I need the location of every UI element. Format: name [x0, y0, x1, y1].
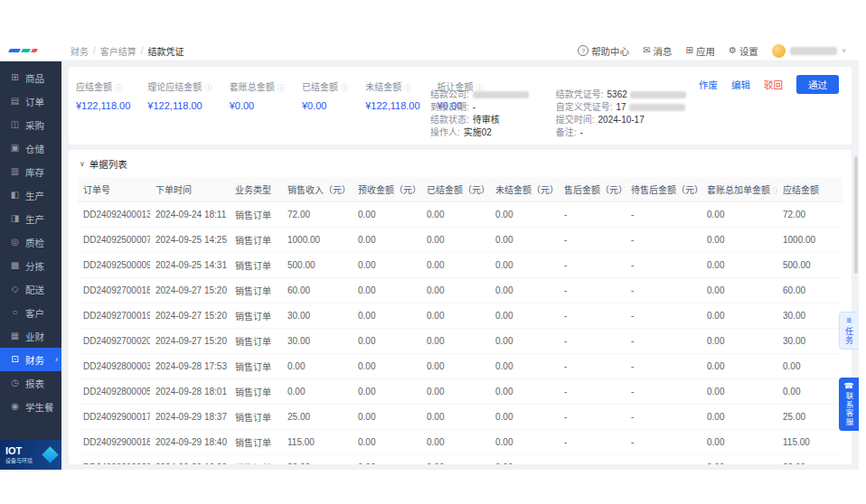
table-cell: 30.00	[282, 303, 353, 329]
sidebar-item-inventory[interactable]: ▥库存	[0, 160, 61, 183]
iot-logo-text: IOT 设备与环境	[5, 446, 33, 464]
column-header: 套账总加单金额 ⓘ	[701, 177, 777, 202]
detail-value: 2024-10-17	[598, 114, 645, 126]
topbar-help[interactable]: ?帮助中心	[578, 44, 629, 58]
table-cell: 72.00	[282, 202, 353, 228]
table-cell: 0.00	[421, 455, 490, 465]
table-cell: 2024-09-27 15:20	[150, 329, 230, 354]
logo-bar-green	[21, 49, 31, 52]
sidebar-item-sorting[interactable]: ▩分拣	[0, 254, 61, 277]
table-cell: 1000.00	[282, 228, 353, 253]
task-float-button[interactable]: ≡ 任务	[839, 312, 859, 350]
detail-row: 结款公司:	[430, 89, 529, 101]
table-cell: 销售订单	[230, 329, 282, 354]
table-cell: 0.00	[490, 202, 559, 228]
student-meal-icon: ◉	[10, 402, 20, 411]
table-cell: 2024-09-24 18:11	[150, 202, 230, 228]
biz-finance-icon: ▦	[10, 331, 20, 341]
table-row: DD240924000132024-09-24 18:11销售订单72.000.…	[78, 202, 842, 228]
logo-bar-blue	[8, 49, 21, 52]
table-row: DD240925000072024-09-25 14:25销售订单1000.00…	[78, 228, 842, 253]
delivery-icon: ◇	[10, 285, 20, 294]
reject-button[interactable]: 驳回	[764, 78, 783, 91]
apps-icon: ⊞	[686, 46, 693, 55]
void-button[interactable]: 作废	[699, 78, 718, 91]
sidebar-item-goods[interactable]: ⊞商品	[0, 66, 61, 89]
sidebar-item-customers[interactable]: ○客户	[0, 301, 61, 324]
collapse-icon: ∨	[80, 160, 85, 168]
purchase-icon: ◫	[10, 120, 20, 129]
table-cell: 0.00	[421, 354, 490, 379]
topbar-settings[interactable]: ⚙设置	[729, 44, 758, 58]
sidebar-item-label: 商品	[25, 71, 44, 85]
sidebar-item-label: 仓储	[25, 142, 44, 155]
customer-service-button[interactable]: ☎ 联系客服	[839, 378, 859, 431]
table-head: 订单号下单时间业务类型销售收入（元） ⓘ预收金额（元） ⓘ已结金额（元） ⓘ未结…	[78, 177, 842, 202]
breadcrumb-item[interactable]: 财务	[71, 44, 89, 58]
table-cell: 0.00	[353, 228, 421, 253]
sidebar-item-label: 分拣	[25, 259, 44, 273]
sidebar-item-reports[interactable]: ◷报表	[0, 371, 61, 395]
production-2-icon: ◨	[10, 214, 20, 223]
gear-icon: ⚙	[729, 46, 737, 55]
orders-section-toggle[interactable]: ∨ 单据列表	[80, 157, 842, 171]
topbar-messages[interactable]: ✉消息	[643, 44, 672, 58]
table-cell: 0.00	[490, 329, 559, 354]
table-cell: 115.00	[282, 430, 353, 455]
column-header: 业务类型	[230, 177, 282, 202]
table-header-row: 订单号下单时间业务类型销售收入（元） ⓘ预收金额（元） ⓘ已结金额（元） ⓘ未结…	[78, 177, 842, 202]
sidebar-item-finance[interactable]: ⊡财务›	[0, 348, 61, 371]
edit-button[interactable]: 编辑	[731, 78, 750, 91]
table-cell: 2024-09-25 14:31	[150, 253, 230, 278]
table-cell: 0.00	[777, 354, 842, 379]
warehouse-icon: ▣	[10, 144, 20, 153]
breadcrumb-item[interactable]: 结款凭证	[148, 44, 184, 58]
sidebar-item-delivery[interactable]: ◇配送	[0, 277, 61, 301]
sidebar-item-purchase[interactable]: ◫采购	[0, 113, 61, 136]
goods-icon: ⊞	[10, 73, 20, 82]
detail-label: 操作人:	[430, 126, 460, 139]
iot-logo-gem-icon	[42, 446, 58, 462]
table-cell: 销售订单	[230, 455, 282, 465]
topbar-settings-label: 设置	[739, 44, 758, 58]
scrollbar[interactable]	[854, 156, 858, 274]
order-number-cell: DD24092500007	[78, 228, 150, 253]
breadcrumb-item[interactable]: 客户结算	[100, 44, 136, 58]
detail-row: 到账日期:-	[430, 101, 529, 114]
sidebar-item-quality[interactable]: ◎质检	[0, 230, 61, 254]
table-cell: 115.00	[777, 430, 842, 455]
voucher-details: 结款公司:到账日期:-结款状态:待审核操作人:实施02 结款凭证号:5362自定…	[430, 89, 686, 139]
table-cell: 2024-09-28 17:53	[150, 354, 230, 379]
table-cell: 2024-09-30 10:08	[150, 455, 230, 465]
sidebar-item-warehouse[interactable]: ▣仓储	[0, 136, 61, 160]
table-cell: 0.00	[701, 228, 777, 253]
detail-label: 结款凭证号:	[556, 89, 604, 101]
table-cell: 0.00	[701, 303, 777, 329]
order-number-cell: DD24092700019	[78, 303, 150, 329]
order-number-cell: DD24092900018	[78, 430, 150, 455]
sidebar-item-production-1[interactable]: ◧生产	[0, 183, 61, 207]
topbar-apps[interactable]: ⊞应用	[686, 44, 715, 58]
detail-row: 备注:-	[556, 126, 686, 139]
table-cell: 60.00	[282, 278, 353, 303]
approve-button[interactable]: 通过	[796, 75, 839, 94]
sidebar-item-label: 采购	[25, 118, 44, 132]
table-cell: 0.00	[353, 430, 421, 455]
stat-label: 已结金额 ⓘ	[302, 79, 348, 93]
stat-label: 理论应结金额 ⓘ	[147, 79, 212, 93]
sidebar-item-biz-finance[interactable]: ▦业财	[0, 324, 61, 348]
sidebar-item-production-2[interactable]: ◨生产	[0, 207, 61, 230]
table-row: DD240927000192024-09-27 15:20销售订单30.000.…	[78, 303, 842, 329]
sidebar-item-label: 配送	[25, 283, 44, 296]
table-cell: -	[626, 379, 701, 405]
user-menu[interactable]: ∨	[772, 44, 846, 58]
table-cell: 销售订单	[230, 228, 282, 253]
table-cell: 0.00	[701, 202, 777, 228]
sidebar-item-student-meal[interactable]: ◉学生餐	[0, 395, 61, 418]
topbar-messages-label: 消息	[654, 44, 673, 58]
breadcrumb-separator: /	[141, 46, 144, 56]
detail-row: 操作人:实施02	[430, 126, 529, 139]
table-cell: -	[559, 303, 626, 329]
table-cell: -	[626, 228, 701, 253]
sidebar-item-orders[interactable]: ▤订单	[0, 89, 61, 113]
